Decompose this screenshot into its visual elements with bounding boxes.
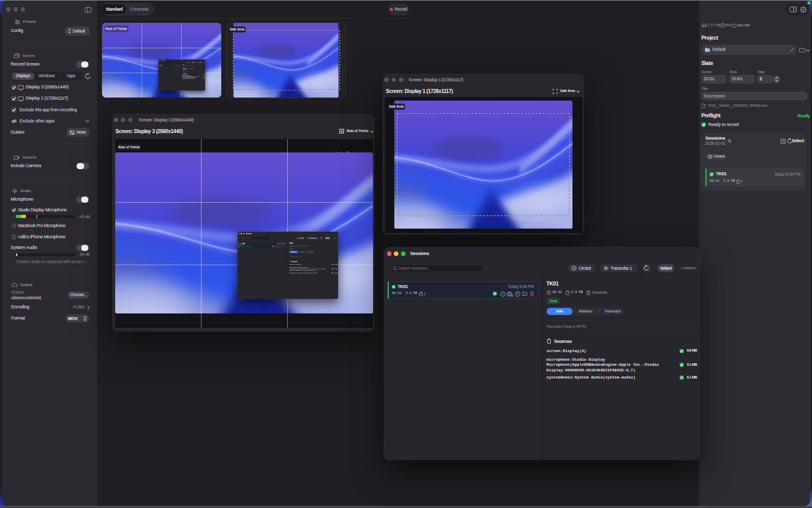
svg-text:s: s [502,292,503,296]
svg-text:s: s [275,246,276,247]
